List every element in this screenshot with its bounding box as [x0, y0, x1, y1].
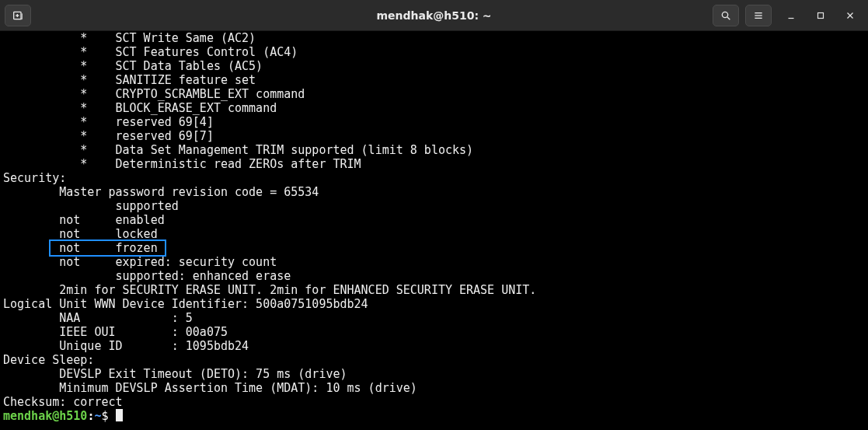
- cursor: [116, 409, 123, 421]
- terminal-line: * SCT Write Same (AC2): [3, 31, 865, 45]
- svg-line-2: [727, 17, 730, 19]
- terminal-line: 2min for SECURITY ERASE UNIT. 2min for E…: [3, 283, 865, 297]
- prompt-user-host: mendhak@h510: [3, 409, 87, 423]
- terminal-line: Minimum DEVSLP Assertion Time (MDAT): 10…: [3, 381, 865, 395]
- terminal-line: not expired: security count: [3, 255, 865, 269]
- title-bar: mendhak@h510: ~: [0, 0, 868, 31]
- minimize-button[interactable]: [778, 5, 804, 26]
- search-icon: [720, 9, 732, 22]
- terminal[interactable]: * SCT Write Same (AC2) * SCT Features Co…: [0, 31, 868, 430]
- terminal-line: * SCT Features Control (AC4): [3, 45, 865, 59]
- terminal-line: Logical Unit WWN Device Identifier: 500a…: [3, 297, 865, 311]
- close-button[interactable]: [837, 5, 863, 26]
- maximize-icon: [815, 10, 826, 21]
- close-icon: [845, 10, 856, 21]
- prompt-line[interactable]: mendhak@h510:~$: [3, 409, 865, 423]
- terminal-content: * SCT Write Same (AC2) * SCT Features Co…: [3, 31, 865, 423]
- new-tab-icon: [12, 9, 24, 22]
- svg-rect-7: [818, 12, 824, 18]
- hamburger-menu-icon: [752, 9, 765, 22]
- terminal-line: not locked: [3, 227, 865, 241]
- terminal-line: * reserved 69[4]: [3, 115, 865, 129]
- titlebar-right-group: [713, 5, 863, 26]
- terminal-line: Master password revision code = 65534: [3, 185, 865, 199]
- search-button[interactable]: [713, 5, 739, 26]
- terminal-line: Security:: [3, 171, 865, 185]
- terminal-line: Device Sleep:: [3, 353, 865, 367]
- terminal-line: Checksum: correct: [3, 395, 865, 409]
- terminal-line: Unique ID : 1095bdb24: [3, 339, 865, 353]
- terminal-line: * reserved 69[7]: [3, 129, 865, 143]
- terminal-line: not enabled: [3, 213, 865, 227]
- terminal-line: supported: [3, 199, 865, 213]
- menu-button[interactable]: [745, 5, 772, 26]
- terminal-line: DEVSLP Exit Timeout (DETO): 75 ms (drive…: [3, 367, 865, 381]
- svg-point-1: [722, 12, 727, 17]
- terminal-line: not frozen: [3, 241, 865, 255]
- terminal-line: supported: enhanced erase: [3, 269, 865, 283]
- terminal-line: * CRYPTO_SCRAMBLE_EXT command: [3, 87, 865, 101]
- terminal-line: * SCT Data Tables (AC5): [3, 59, 865, 73]
- terminal-line: NAA : 5: [3, 311, 865, 325]
- terminal-line: IEEE OUI : 00a075: [3, 325, 865, 339]
- prompt-symbol: $: [101, 409, 108, 423]
- terminal-line: * Data Set Management TRIM supported (li…: [3, 143, 865, 157]
- maximize-button[interactable]: [807, 5, 834, 26]
- new-tab-button[interactable]: [5, 5, 31, 26]
- terminal-line: * SANITIZE feature set: [3, 73, 865, 87]
- terminal-line: * BLOCK_ERASE_EXT command: [3, 101, 865, 115]
- minimize-icon: [786, 10, 797, 21]
- terminal-line: * Deterministic read ZEROs after TRIM: [3, 157, 865, 171]
